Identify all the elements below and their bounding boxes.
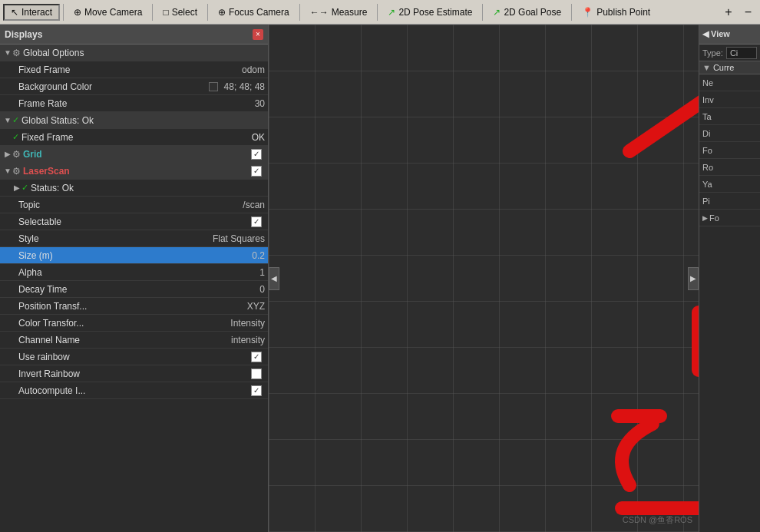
grid-checkbox[interactable] bbox=[251, 149, 262, 160]
left-panel: Displays × ▼ ⚙ Global Options Fixed Fram… bbox=[0, 25, 269, 532]
laser-scan-checkbox[interactable] bbox=[251, 166, 262, 177]
2d-pose-icon: ↗ bbox=[388, 7, 395, 18]
autocompute-checkbox[interactable] bbox=[251, 385, 262, 396]
background-color-label: Background Color bbox=[18, 81, 209, 92]
tree-item-fixed-frame[interactable]: Fixed Frame odom bbox=[0, 61, 268, 78]
color-transfor-label: Color Transfor... bbox=[18, 318, 227, 329]
tree-item-decay-time[interactable]: Decay Time 0 bbox=[0, 281, 268, 298]
tree-item-grid[interactable]: ▶ ⚙ Grid bbox=[0, 146, 268, 163]
channel-name-value: intensity bbox=[228, 335, 265, 345]
measure-button[interactable]: ←→ Measure bbox=[303, 5, 375, 20]
fixed-frame-value: odom bbox=[239, 64, 265, 75]
tree-item-global-status[interactable]: ▼ ✓ Global Status: Ok bbox=[0, 112, 268, 129]
right-row-fo2[interactable]: ▶ Fo bbox=[699, 210, 760, 226]
type-row: Type: Ci bbox=[699, 45, 760, 61]
decay-time-label: Decay Time bbox=[18, 284, 256, 295]
tree-item-frame-rate[interactable]: Frame Rate 30 bbox=[0, 95, 268, 112]
use-rainbow-label: Use rainbow bbox=[18, 352, 248, 362]
tree-item-topic[interactable]: Topic /scan bbox=[0, 197, 268, 213]
2d-goal-button[interactable]: ↗ 2D Goal Pose bbox=[486, 5, 568, 20]
tree-item-background-color[interactable]: Background Color 48; 48; 48 bbox=[0, 78, 268, 95]
right-panel-header: ◀ View bbox=[699, 25, 760, 45]
right-panel-title: ◀ View bbox=[702, 29, 730, 39]
right-row-ya-label: Ya bbox=[702, 180, 712, 189]
interact-button[interactable]: ↖ Interact bbox=[3, 4, 60, 21]
right-row-fo2-arrow: ▶ bbox=[702, 214, 708, 222]
tree-item-style[interactable]: Style Flat Squares bbox=[0, 230, 268, 247]
right-row-fo1-label: Fo bbox=[702, 146, 712, 155]
right-row-ne-label: Ne bbox=[702, 78, 713, 88]
collapse-right-arrow[interactable]: ▶ bbox=[688, 267, 699, 290]
tree-item-global-options[interactable]: ▼ ⚙ Global Options bbox=[0, 45, 268, 61]
tree-item-position-transf[interactable]: Position Transf... XYZ bbox=[0, 298, 268, 315]
fixed-frame-ok-label: Fixed Frame bbox=[21, 132, 249, 143]
remove-display-button[interactable]: − bbox=[739, 5, 757, 20]
use-rainbow-checkbox[interactable] bbox=[251, 352, 262, 362]
collapse-left-arrow[interactable]: ◀ bbox=[269, 267, 279, 290]
autocompute-label: Autocompute I... bbox=[18, 385, 248, 396]
publish-point-label: Publish Point bbox=[596, 7, 650, 18]
interact-icon: ↖ bbox=[11, 7, 18, 18]
selectable-label: Selectable bbox=[18, 216, 248, 227]
type-value[interactable]: Ci bbox=[726, 47, 757, 59]
gear-icon-global-options: ⚙ bbox=[12, 48, 21, 58]
publish-point-button[interactable]: 📍 Publish Point bbox=[575, 5, 657, 20]
2d-pose-button[interactable]: ↗ 2D Pose Estimate bbox=[381, 5, 479, 20]
right-row-pi-label: Pi bbox=[702, 197, 710, 206]
right-row-ta[interactable]: Ta bbox=[699, 108, 760, 125]
select-button[interactable]: □ Select bbox=[156, 5, 204, 20]
tree-item-status-ok[interactable]: ▶ ✓ Status: Ok bbox=[0, 180, 268, 197]
tree-item-laser-scan[interactable]: ▼ ⚙ LaserScan bbox=[0, 163, 268, 180]
separator bbox=[207, 4, 208, 21]
alpha-value: 1 bbox=[256, 267, 265, 278]
selectable-checkbox[interactable] bbox=[251, 216, 262, 227]
tree-item-channel-name[interactable]: Channel Name intensity bbox=[0, 332, 268, 349]
toolbar: ↖ Interact ⊕ Move Camera □ Select ⊕ Focu… bbox=[0, 0, 760, 25]
position-transf-label: Position Transf... bbox=[18, 301, 244, 312]
right-row-inv[interactable]: Inv bbox=[699, 91, 760, 108]
grid-label: Grid bbox=[23, 149, 248, 160]
right-row-ne[interactable]: Ne bbox=[699, 74, 760, 91]
separator bbox=[571, 4, 572, 21]
displays-title: Displays bbox=[5, 29, 42, 40]
fixed-frame-label: Fixed Frame bbox=[18, 64, 239, 75]
move-camera-icon: ⊕ bbox=[74, 7, 81, 18]
viewport[interactable]: ◀ ▶ CSDN @鱼香ROS bbox=[269, 25, 699, 532]
frame-rate-label: Frame Rate bbox=[18, 98, 252, 109]
displays-header: Displays × bbox=[0, 25, 268, 45]
publish-point-icon: 📍 bbox=[582, 7, 593, 18]
check-icon-status: ✓ bbox=[21, 183, 28, 193]
tree-item-alpha[interactable]: Alpha 1 bbox=[0, 264, 268, 281]
right-row-ro-label: Ro bbox=[702, 163, 713, 172]
focus-camera-button[interactable]: ⊕ Focus Camera bbox=[211, 5, 296, 20]
move-camera-button[interactable]: ⊕ Move Camera bbox=[67, 5, 149, 20]
tree-item-use-rainbow[interactable]: Use rainbow bbox=[0, 349, 268, 365]
frame-rate-value: 30 bbox=[252, 98, 265, 109]
focus-camera-icon: ⊕ bbox=[218, 7, 226, 18]
background-color-swatch bbox=[209, 82, 218, 91]
style-label: Style bbox=[18, 233, 210, 244]
measure-icon: ←→ bbox=[310, 7, 329, 18]
separator bbox=[299, 4, 300, 21]
displays-close-button[interactable]: × bbox=[253, 29, 263, 40]
invert-rainbow-checkbox[interactable] bbox=[251, 368, 262, 379]
tree-item-fixed-frame-ok[interactable]: ✓ Fixed Frame OK bbox=[0, 129, 268, 146]
right-row-ya[interactable]: Ya bbox=[699, 176, 760, 193]
right-row-pi[interactable]: Pi bbox=[699, 193, 760, 210]
right-row-di[interactable]: Di bbox=[699, 125, 760, 142]
topic-value: /scan bbox=[240, 200, 265, 210]
right-row-ta-label: Ta bbox=[702, 112, 712, 121]
tree-item-size[interactable]: Size (m) 0.2 bbox=[0, 247, 268, 264]
tree-item-selectable[interactable]: Selectable bbox=[0, 213, 268, 230]
tree-item-invert-rainbow[interactable]: Invert Rainbow bbox=[0, 365, 268, 382]
tree-item-autocompute[interactable]: Autocompute I... bbox=[0, 382, 268, 399]
position-transf-value: XYZ bbox=[244, 301, 265, 312]
right-row-fo1[interactable]: Fo bbox=[699, 142, 760, 159]
separator bbox=[152, 4, 153, 21]
select-label: Select bbox=[172, 7, 197, 18]
add-display-button[interactable]: + bbox=[719, 5, 737, 20]
tree-item-color-transfor[interactable]: Color Transfor... Intensity bbox=[0, 315, 268, 332]
color-transfor-value: Intensity bbox=[227, 318, 265, 329]
measure-label: Measure bbox=[332, 7, 368, 18]
right-row-ro[interactable]: Ro bbox=[699, 159, 760, 176]
